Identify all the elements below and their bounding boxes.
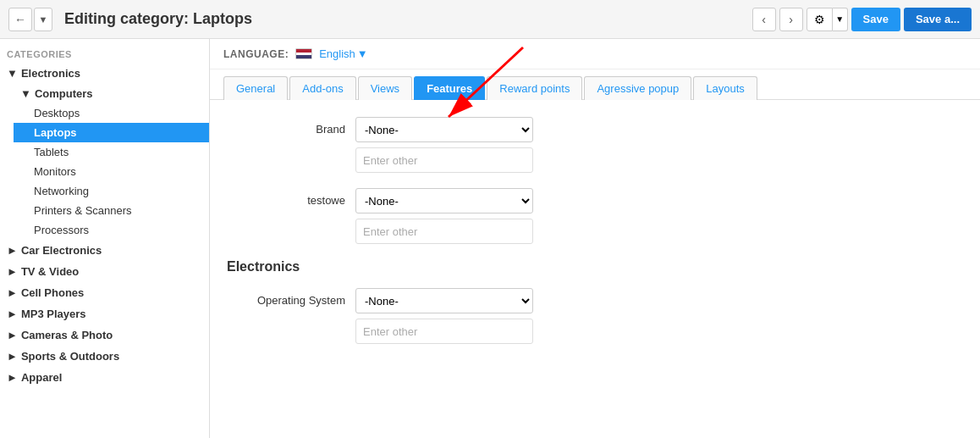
chevron-down-lang: ▼	[357, 47, 368, 60]
brand-field-row: Brand -None-	[227, 117, 963, 173]
brand-controls: -None-	[355, 117, 533, 173]
chevron-down-icon: ▼	[7, 67, 18, 80]
back-button[interactable]: ←	[8, 8, 32, 31]
sidebar-label-cell: Cell Phones	[21, 286, 84, 299]
os-other-input[interactable]	[355, 319, 533, 344]
tab-reward-points[interactable]: Reward points	[487, 76, 582, 100]
testowe-field-row: testowe -None-	[227, 188, 963, 244]
chevron-right-icon: ►	[7, 244, 18, 257]
chevron-right-icon-cam: ►	[7, 329, 18, 341]
chevron-right-icon-cell: ►	[7, 286, 18, 299]
sidebar-item-desktops[interactable]: Desktops	[14, 103, 209, 123]
brand-other-input[interactable]	[355, 147, 533, 173]
language-value: English	[319, 47, 355, 60]
sidebar-item-laptops[interactable]: Laptops	[14, 123, 209, 142]
gear-main-button[interactable]: ⚙	[807, 8, 833, 31]
gear-dropdown-button[interactable]: ▼	[833, 8, 848, 31]
topbar-actions: ‹ › ⚙ ▼ Save Save a...	[752, 8, 972, 31]
chevron-right-icon-mp3: ►	[7, 308, 18, 320]
sidebar-item-tv-video[interactable]: ► TV & Video	[0, 261, 209, 282]
sidebar-item-electronics[interactable]: ▼ Electronics	[0, 63, 209, 84]
language-selector[interactable]: English ▼	[319, 47, 368, 60]
sidebar-item-monitors[interactable]: Monitors	[14, 162, 209, 181]
chevron-right-icon-apparel: ►	[7, 371, 18, 384]
electronics-section-title: Electronics	[227, 259, 963, 274]
sidebar-item-computers[interactable]: ▼ Computers	[14, 84, 209, 103]
brand-select[interactable]: -None-	[355, 117, 533, 142]
testowe-label: testowe	[227, 188, 345, 207]
tab-general[interactable]: General	[223, 76, 288, 100]
sidebar-group-label: Electronics	[21, 67, 80, 80]
sidebar-item-cell-phones[interactable]: ► Cell Phones	[0, 282, 209, 303]
os-controls: -None-	[355, 288, 533, 344]
tab-views[interactable]: Views	[358, 76, 412, 100]
sidebar-computers-label: Computers	[35, 87, 93, 100]
sidebar-label-tv: TV & Video	[21, 265, 79, 278]
sidebar-item-tablets[interactable]: Tablets	[14, 142, 209, 162]
tabs-bar: General Add-ons Views Features Reward po…	[210, 69, 980, 100]
language-label: LANGUAGE:	[223, 48, 289, 60]
sidebar-item-cameras[interactable]: ► Cameras & Photo	[0, 324, 209, 346]
topbar: ← ▼ Editing category: Laptops ‹ › ⚙ ▼ Sa…	[0, 0, 980, 39]
tab-agressive-popup[interactable]: Agressive popup	[584, 76, 691, 100]
tab-features[interactable]: Features	[414, 76, 485, 100]
chevron-down-icon-computers: ▼	[20, 87, 31, 100]
sidebar-item-processors[interactable]: Processors	[14, 220, 209, 240]
sidebar-label-cam: Cameras & Photo	[21, 329, 113, 341]
language-bar: LANGUAGE: English ▼	[210, 39, 980, 69]
sidebar-label-sports: Sports & Outdoors	[21, 350, 119, 363]
prev-button[interactable]: ‹	[752, 8, 776, 31]
sidebar-computers-children: Desktops Laptops Tablets Monitors Networ…	[14, 103, 209, 240]
testowe-select[interactable]: -None-	[355, 188, 533, 213]
sidebar: CATEGORIES ▼ Electronics ▼ Computers Des…	[0, 39, 210, 438]
categories-label: CATEGORIES	[0, 42, 209, 63]
gear-button-group: ⚙ ▼	[807, 8, 848, 31]
os-select[interactable]: -None-	[355, 288, 533, 313]
chevron-right-icon-tv: ►	[7, 265, 18, 278]
tab-addons[interactable]: Add-ons	[289, 76, 355, 100]
sidebar-item-printers[interactable]: Printers & Scanners	[14, 201, 209, 220]
save-all-button[interactable]: Save a...	[904, 8, 972, 31]
nav-dropdown-button[interactable]: ▼	[34, 8, 52, 31]
sidebar-item-sports[interactable]: ► Sports & Outdoors	[0, 346, 209, 367]
main-layout: CATEGORIES ▼ Electronics ▼ Computers Des…	[0, 39, 980, 438]
testowe-controls: -None-	[355, 188, 533, 244]
sidebar-label-apparel: Apparel	[21, 371, 62, 384]
sidebar-label-mp3: MP3 Players	[21, 308, 86, 320]
page-title: Editing category: Laptops	[64, 10, 747, 28]
sidebar-label: Car Electronics	[21, 244, 102, 257]
sidebar-item-networking[interactable]: Networking	[14, 181, 209, 201]
testowe-other-input[interactable]	[355, 219, 533, 244]
flag-icon	[295, 48, 312, 59]
tab-layouts[interactable]: Layouts	[693, 76, 757, 100]
sidebar-item-car-electronics[interactable]: ► Car Electronics	[0, 240, 209, 261]
features-content: Brand -None- testowe -None-	[210, 100, 980, 376]
sidebar-item-apparel[interactable]: ► Apparel	[0, 367, 209, 388]
sidebar-electronics-children: ▼ Computers Desktops Laptops Tablets Mon…	[0, 84, 209, 240]
sidebar-group-electronics: ▼ Electronics ▼ Computers Desktops Lapto…	[0, 63, 209, 240]
main-panel: LANGUAGE: English ▼ General Add-ons View…	[210, 39, 980, 438]
brand-label: Brand	[227, 117, 345, 136]
save-button[interactable]: Save	[851, 8, 900, 31]
sidebar-item-mp3[interactable]: ► MP3 Players	[0, 303, 209, 324]
nav-buttons: ← ▼	[8, 8, 52, 31]
os-field-row: Operating System -None-	[227, 288, 963, 344]
chevron-right-icon-sports: ►	[7, 350, 18, 363]
os-label: Operating System	[227, 288, 345, 307]
next-button[interactable]: ›	[779, 8, 803, 31]
